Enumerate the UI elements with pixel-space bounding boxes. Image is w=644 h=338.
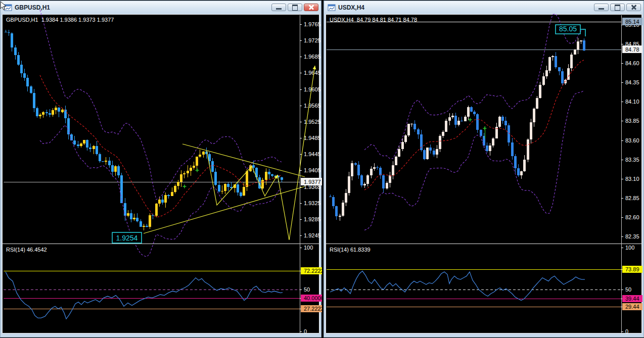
close-button[interactable] [626, 4, 641, 11]
close-icon [308, 5, 314, 10]
close-icon [631, 5, 637, 10]
minimize-button[interactable] [271, 4, 286, 11]
chart-window-usdx: USDX,H4 USDX,H4 84.79 84.81 84.71 84.78 … [324, 1, 644, 337]
chart-canvas-gbpusd[interactable] [2, 14, 319, 333]
restore-icon [292, 5, 298, 11]
restore-button[interactable] [610, 4, 625, 11]
mdi-desktop: { "colors":{"annotation_yellow":"#F2F23C… [0, 0, 644, 338]
window-controls [271, 4, 318, 11]
chart-window-gbpusd: GBPUSD,H1 GBPUSD,H1 1.9384 1.9386 1.9373… [0, 1, 321, 337]
chart-icon [328, 4, 336, 11]
chart-canvas-usdx[interactable] [326, 14, 642, 333]
window-title: USDX,H4 [338, 4, 364, 11]
titlebar-gbpusd[interactable]: GBPUSD,H1 [1, 1, 320, 14]
minimize-icon [276, 8, 282, 10]
window-controls [594, 4, 641, 11]
close-button[interactable] [304, 4, 318, 11]
ohlc-header-gbpusd: GBPUSD,H1 1.9384 1.9386 1.9373 1.9377 [6, 17, 114, 23]
titlebar-usdx[interactable]: USDX,H4 [325, 1, 643, 14]
window-title: GBPUSD,H1 [15, 4, 50, 11]
rsi-header-gbpusd: RSI(14) 46.4542 [6, 247, 47, 253]
minimize-button[interactable] [594, 4, 609, 11]
restore-button[interactable] [288, 4, 302, 11]
cursor-arrow-icon [0, 2, 8, 12]
restore-icon [615, 5, 620, 11]
rsi-header-usdx: RSI(14) 61.8339 [330, 247, 371, 253]
ohlc-header-usdx: USDX,H4 84.79 84.81 84.71 84.78 [330, 17, 417, 23]
minimize-icon [599, 8, 604, 10]
